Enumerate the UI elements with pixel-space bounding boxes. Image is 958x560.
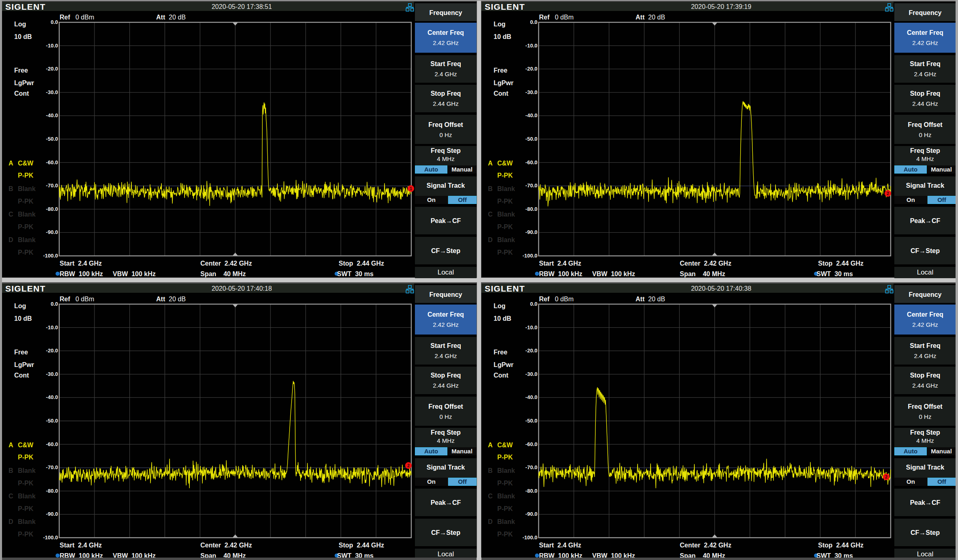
svg-text:1: 1 [410, 187, 412, 191]
svg-text:2: 2 [885, 475, 887, 479]
svg-text:2: 2 [407, 463, 410, 468]
svg-text:2: 2 [887, 191, 889, 196]
